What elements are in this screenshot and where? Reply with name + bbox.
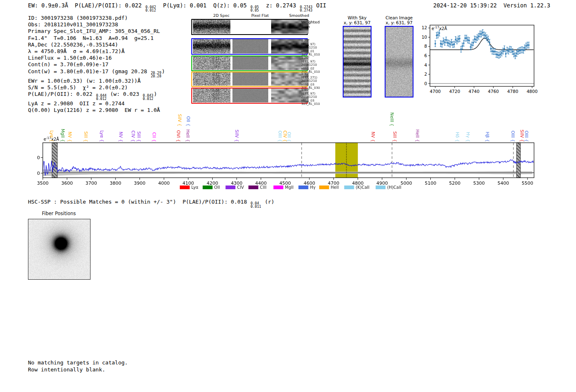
uncertainty-lo: 0.011: [251, 205, 261, 208]
legend-swatch: [249, 186, 258, 189]
legend-label: (K)CaII: [356, 185, 369, 190]
x-tick-label: 4700: [430, 89, 441, 94]
panel-title: Fiber Positions: [18, 211, 100, 216]
legend-swatch: [344, 186, 354, 189]
x-tick-label: 3700: [86, 181, 97, 186]
data-point: [452, 44, 454, 46]
emission-line-label: Lyα {: [100, 130, 105, 142]
x-tick-label: 4800: [527, 89, 538, 94]
pixel-flat-canvas: [232, 39, 268, 53]
hi-lo-uncertainty: 0.0420.012: [145, 5, 156, 12]
footer-line: Row intentionally blank.: [28, 366, 128, 373]
data-point: [481, 33, 482, 35]
x-tick-label: 5200: [449, 181, 460, 186]
data-point: [486, 37, 488, 39]
data-point: [498, 54, 500, 56]
uncertainty-lo: 20.28: [151, 74, 161, 78]
data-point: [527, 44, 528, 46]
data-point: [513, 53, 515, 55]
cutout-left-label: 307: [206, 81, 220, 85]
data-point: [508, 50, 509, 52]
cutout-left-label: 1.43: [206, 77, 220, 81]
data-point: [493, 51, 495, 52]
cutout-left-label: 327: [206, 97, 220, 101]
pixel-flat-canvas: [232, 20, 268, 34]
x-tick-label: 5300: [473, 181, 485, 186]
text-run: (w: 0.023: [107, 91, 142, 97]
data-point: [499, 53, 501, 55]
legend-label: MgII: [285, 185, 294, 190]
cutout-left-labels: 0.121.33327: [206, 57, 220, 69]
info-line: F=1.4" T=0.106 N=1.63 A=0.94 g=25.1: [28, 35, 165, 42]
data-point: [434, 43, 436, 44]
data-point: [495, 53, 497, 55]
legend-swatch: [319, 186, 329, 189]
text-run: ): [162, 68, 165, 74]
data-point: [525, 45, 527, 47]
summary-classification-line: EW: 0.9±0.3Å P(LAE)/P(OII): 0.022 0.0420…: [28, 2, 326, 12]
cutout-left-label: 327: [206, 47, 220, 51]
x-tick-label: 3500: [37, 181, 49, 186]
x-tick-label: 3900: [134, 181, 146, 186]
text-run: ID: 3001973238 (3001973238.pdf): [28, 15, 128, 21]
report-timestamp-version: 2024-12-20 15:39:22 Version 1.22.3: [433, 2, 550, 9]
text-run: P(LAE)/P(OII): 0.022: [28, 91, 95, 97]
x-tick-label: 4740: [469, 89, 480, 94]
data-point: [439, 32, 440, 34]
cutout-right-label: Sum: [301, 24, 330, 29]
data-point: [485, 35, 486, 37]
emission-line-label: Hβ {: [485, 132, 490, 142]
emission-line-label: NV {: [67, 132, 72, 142]
y-tick-label: 2: [424, 72, 427, 77]
data-point: [470, 46, 471, 48]
hi-lo-uncertainty: 0.050.05: [251, 5, 259, 12]
cutout-column-header: Smoothed: [280, 13, 318, 18]
info-line: LineFlux = 1.50(±0.46)e-16: [28, 55, 165, 61]
data-point: [476, 37, 478, 39]
full-spectrum-plot: 3500360037003800390040004100420043004400…: [37, 105, 547, 193]
version-label: Version 1.22.3: [504, 2, 550, 9]
pixel-flat-canvas: [232, 72, 268, 86]
emission-line-label: OIII {: [278, 130, 283, 142]
cutout-column-header: Pixel Flat: [241, 13, 279, 18]
text-run: z: 0.2743: [259, 2, 300, 9]
cutout-left-labels: 0.111.43307: [206, 73, 220, 85]
emission-line-label: Hδ {: [455, 132, 460, 142]
data-point: [488, 38, 489, 40]
uncertainty-lo: 0.012: [96, 97, 107, 100]
text-run: Cont(w) = 3.80(±0.01)e-17 (gmag 20.28: [28, 68, 150, 74]
cutout-right-labels: 0.21"(631, 97)20181210v011_01305_RL_010: [301, 39, 330, 57]
with-sky-panel: With Skyx, y: 631, 97: [341, 16, 374, 99]
sky-panel-coords: x, y: 631, 97: [383, 21, 416, 26]
emission-line-label: NV {: [118, 132, 123, 142]
data-point: [528, 44, 530, 46]
spec-2d-canvas: [193, 20, 230, 34]
hi-lo-uncertainty: 0.0430.012: [143, 94, 153, 100]
data-point: [506, 49, 508, 51]
emission-line-label: SiII {: [84, 131, 88, 142]
text-run: λ = 4750.89Å σ = 4.69(±1.72)Å: [28, 48, 125, 54]
data-point: [443, 40, 444, 42]
data-point: [465, 37, 466, 39]
text-run: (r): [262, 199, 274, 205]
emission-line-label: OVI {: [176, 130, 181, 142]
info-line: RA,Dec (22.550236,-0.351544): [28, 42, 165, 48]
legend-swatch: [203, 186, 213, 189]
uncertainty-lo: 0.05: [251, 9, 259, 12]
data-point: [517, 51, 519, 52]
emission-line-label: OII {: [287, 132, 292, 142]
text-run: EW: 0.9±0.3Å P(LAE)/P(OII): 0.022: [28, 2, 145, 9]
timestamp: 2024-12-20 15:39:22: [433, 2, 497, 9]
sky-panel-title: Clean Image: [383, 16, 416, 21]
data-point: [466, 37, 467, 39]
x-tick-label: 3600: [61, 181, 73, 186]
text-run: RA,Dec (22.550236,-0.351544): [28, 42, 118, 48]
data-point: [511, 49, 512, 51]
data-point: [455, 39, 456, 40]
uncertainty-lo: 0.2743: [300, 9, 313, 12]
clean-image-panel: Clean Imagex, y: 631, 97: [383, 16, 416, 99]
legend-swatch: [274, 186, 283, 189]
elixer-report-page: EW: 0.9±0.3Å P(LAE)/P(OII): 0.022 0.0420…: [0, 0, 576, 392]
emission-line-label: MgII {: [60, 129, 65, 142]
x-tick-label: 4720: [449, 89, 460, 94]
